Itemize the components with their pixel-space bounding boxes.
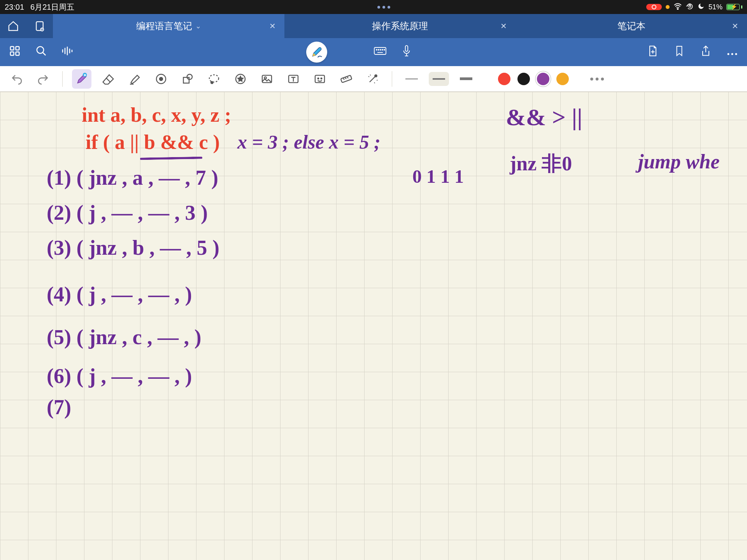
svg-point-27 — [731, 53, 733, 55]
pen-tool[interactable]: ✱ — [72, 69, 91, 89]
hw-q7: (7) — [47, 395, 71, 419]
svg-line-47 — [345, 77, 346, 79]
tab-3-label: 笔记本 — [617, 20, 645, 32]
add-page-icon[interactable] — [645, 45, 661, 60]
apps-grid-icon[interactable] — [7, 45, 23, 60]
tab-bar: 编程语言笔记 ⌄ ✕ 操作系统原理 ✕ 笔记本 ✕ — [0, 14, 747, 38]
svg-point-15 — [376, 49, 377, 50]
svg-point-43 — [318, 78, 319, 79]
wifi-icon — [673, 3, 682, 12]
svg-rect-34 — [183, 77, 189, 83]
eraser-tool[interactable] — [98, 69, 118, 89]
stroke-medium[interactable] — [429, 72, 449, 86]
tool-row: ✱ ••• — [0, 66, 747, 92]
svg-point-44 — [321, 78, 322, 79]
hw-annot-prec: && > || — [506, 103, 582, 131]
svg-point-49 — [375, 75, 377, 77]
svg-point-8 — [37, 46, 44, 53]
svg-point-26 — [728, 53, 729, 55]
hw-line2b: x = 3 ; else x = 5 ; — [237, 131, 381, 153]
sticker-tool[interactable] — [310, 69, 330, 89]
document-list-button[interactable] — [26, 14, 53, 38]
screen-recording-indicator[interactable] — [646, 4, 662, 10]
hw-q3: (3) ( jnz , b , — , 5 ) — [47, 236, 219, 260]
close-tab-2[interactable]: ✕ — [500, 21, 507, 31]
orientation-lock-icon — [686, 2, 694, 12]
hw-annot-jump: jump whe — [638, 150, 720, 173]
multitask-dots[interactable] — [74, 6, 646, 9]
redo-button[interactable] — [33, 69, 53, 89]
hw-q2: (2) ( j , — , — , 3 ) — [47, 201, 208, 225]
svg-text:✱: ✱ — [84, 74, 86, 77]
svg-point-33 — [160, 77, 163, 80]
color-purple[interactable] — [537, 73, 549, 85]
svg-point-0 — [677, 8, 679, 9]
svg-point-19 — [384, 49, 385, 50]
status-date: 6月21日周五 — [30, 2, 74, 12]
hw-line1: int a, b, c, x, y, z ; — [82, 103, 231, 126]
share-icon[interactable] — [698, 45, 714, 60]
favorites-tool[interactable] — [231, 69, 250, 89]
color-red[interactable] — [498, 73, 510, 85]
hw-q4: (4) ( j , — , — , ) — [47, 282, 192, 306]
moon-icon — [698, 3, 705, 12]
svg-rect-1 — [689, 5, 691, 7]
pen-mode-button[interactable] — [306, 42, 327, 63]
magic-tool[interactable] — [363, 69, 382, 89]
hw-annot-jnz: jnz 非0 — [510, 150, 572, 177]
shape-tool[interactable] — [178, 69, 197, 89]
svg-rect-5 — [16, 46, 19, 50]
keyboard-icon[interactable] — [372, 46, 388, 59]
audio-wave-icon[interactable] — [60, 45, 75, 60]
close-tab-1[interactable]: ✕ — [269, 21, 276, 31]
svg-point-36 — [209, 75, 219, 82]
stroke-thick[interactable] — [456, 72, 476, 86]
svg-rect-14 — [374, 47, 386, 54]
battery-percent: 51% — [708, 3, 722, 11]
more-colors[interactable]: ••• — [590, 73, 606, 85]
microphone-icon[interactable] — [399, 45, 414, 60]
svg-line-31 — [106, 78, 110, 82]
svg-point-18 — [382, 49, 383, 50]
bookmark-icon[interactable] — [672, 45, 687, 60]
chevron-down-icon: ⌄ — [195, 22, 201, 30]
svg-rect-21 — [405, 46, 408, 51]
tab-active[interactable]: 编程语言笔记 ⌄ ✕ — [53, 14, 284, 38]
record-tool[interactable] — [151, 69, 171, 89]
svg-line-46 — [343, 78, 344, 80]
home-button[interactable] — [0, 14, 26, 38]
tab-2-label: 操作系统原理 — [372, 20, 428, 32]
highlighter-tool[interactable] — [125, 69, 144, 89]
svg-rect-4 — [11, 46, 14, 50]
image-tool[interactable] — [257, 69, 277, 89]
close-tab-3[interactable]: ✕ — [732, 21, 738, 31]
hw-annot-bits: 0 1 1 1 — [412, 166, 464, 187]
hw-line2a: if ( a || b && c ) — [86, 131, 220, 154]
svg-rect-6 — [11, 52, 14, 55]
undo-button[interactable] — [7, 69, 26, 89]
svg-point-17 — [380, 49, 381, 50]
note-canvas[interactable]: int a, b, c, x, y, z ; if ( a || b && c … — [0, 92, 747, 560]
svg-line-48 — [347, 77, 348, 78]
hw-q1: (1) ( jnz , a , — , 7 ) — [47, 166, 218, 190]
svg-rect-7 — [16, 52, 19, 55]
text-tool[interactable] — [284, 69, 303, 89]
color-black[interactable] — [517, 73, 530, 85]
stroke-thin[interactable] — [402, 72, 422, 86]
search-icon[interactable] — [33, 45, 49, 60]
tab-2[interactable]: 操作系统原理 ✕ — [284, 14, 516, 38]
hw-q5: (5) ( jnz , c , — , ) — [47, 325, 201, 349]
tab-3[interactable]: 笔记本 ✕ — [516, 14, 747, 38]
svg-point-28 — [735, 53, 737, 55]
svg-point-35 — [187, 74, 192, 79]
ruler-tool[interactable] — [337, 69, 356, 89]
tab-active-label: 编程语言笔记 — [136, 20, 192, 32]
underline — [140, 157, 202, 160]
battery-icon: ⚡ — [726, 4, 742, 10]
lasso-tool[interactable] — [204, 69, 224, 89]
svg-point-16 — [378, 49, 379, 50]
wifi-dot-icon — [666, 5, 670, 9]
status-time: 23:01 — [5, 3, 24, 12]
more-menu-icon[interactable] — [724, 46, 740, 59]
color-orange[interactable] — [556, 73, 569, 85]
